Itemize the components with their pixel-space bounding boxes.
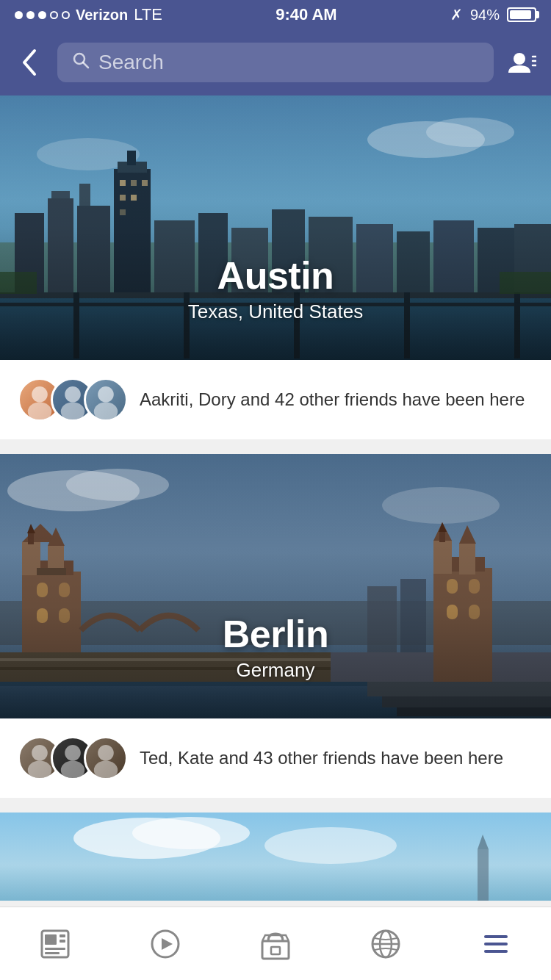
tab-menu[interactable] [444,915,547,973]
tab-marketplace[interactable] [224,915,327,973]
svg-line-1 [83,62,88,68]
austin-friends-text: Aakriti, Dory and 42 other friends have … [140,387,533,412]
carrier-label: Verizon [76,7,128,24]
place-card-austin[interactable]: Austin Texas, United States [0,96,551,439]
search-icon [72,51,90,73]
tab-bar [0,907,551,980]
avatar-3 [84,378,128,422]
svg-point-98 [98,745,114,761]
svg-rect-114 [262,941,289,959]
berlin-friends-text: Ted, Kate and 43 other friends have been… [140,746,533,771]
austin-friend-avatars [18,378,128,422]
svg-rect-119 [484,935,508,938]
berlin-friend-avatars [18,736,128,780]
austin-friends-row: Aakriti, Dory and 42 other friends have … [0,360,551,439]
svg-rect-104 [478,849,489,901]
search-input[interactable]: Search [57,43,494,82]
berlin-image-container[interactable]: Berlin Germany [0,454,551,718]
status-right: ✗ 94% [450,6,536,24]
svg-point-96 [65,745,81,761]
svg-point-97 [61,761,84,778]
svg-rect-109 [60,940,65,943]
place-card-third[interactable] [0,813,551,901]
svg-point-49 [61,403,84,419]
svg-point-103 [264,827,397,864]
svg-rect-110 [45,948,65,950]
svg-rect-115 [271,947,280,954]
svg-point-99 [94,761,118,778]
nav-bar: Search [0,29,551,96]
globe-icon [370,928,402,960]
austin-city-name: Austin [0,253,551,298]
bluetooth-icon: ✗ [450,6,463,24]
shop-icon [259,928,292,960]
signal-strength [15,11,70,19]
signal-dot-2 [26,11,35,19]
svg-point-47 [28,403,51,419]
svg-rect-100 [0,813,551,901]
svg-rect-107 [45,934,57,945]
svg-point-46 [32,386,48,403]
berlin-avatar-3 [84,736,128,780]
status-bar: Verizon LTE 9:40 AM ✗ 94% [0,0,551,29]
signal-dot-1 [15,11,23,19]
content-area: Austin Texas, United States [0,96,551,980]
search-placeholder-text: Search [98,51,164,74]
svg-point-95 [28,761,51,778]
svg-point-94 [32,745,48,761]
svg-point-102 [132,817,250,849]
berlin-name-overlay: Berlin Germany [0,612,551,682]
austin-name-overlay: Austin Texas, United States [0,253,551,323]
battery-percent: 94% [470,7,500,24]
svg-marker-113 [162,938,173,950]
svg-point-48 [65,386,81,403]
austin-image-container[interactable]: Austin Texas, United States [0,96,551,360]
svg-rect-120 [484,943,508,945]
svg-rect-121 [484,950,508,953]
battery-fill [510,10,531,19]
signal-dot-5 [62,11,70,19]
berlin-city-name: Berlin [0,612,551,656]
place-card-berlin[interactable]: Berlin Germany [0,454,551,798]
signal-dot-4 [50,11,58,19]
svg-point-51 [94,403,118,419]
battery-icon [507,7,536,22]
svg-rect-111 [45,952,60,954]
berlin-friends-row: Ted, Kate and 43 other friends have been… [0,718,551,798]
status-time: 9:40 AM [276,5,337,24]
profile-button[interactable] [508,51,536,74]
tab-globe[interactable] [334,915,437,973]
signal-dot-3 [38,11,46,19]
svg-rect-108 [60,934,65,937]
svg-point-2 [514,53,525,65]
svg-point-50 [98,386,114,403]
network-type-label: LTE [134,5,162,24]
third-city-image [0,813,551,901]
berlin-city-location: Germany [0,659,551,682]
austin-city-location: Texas, United States [0,300,551,323]
tab-video[interactable] [114,915,217,973]
menu-icon [480,928,512,960]
newsfeed-icon [39,928,71,960]
play-icon [149,928,181,960]
back-button[interactable] [15,43,43,82]
third-image-container[interactable] [0,813,551,901]
status-left: Verizon LTE [15,5,162,24]
tab-newsfeed[interactable] [4,915,107,973]
